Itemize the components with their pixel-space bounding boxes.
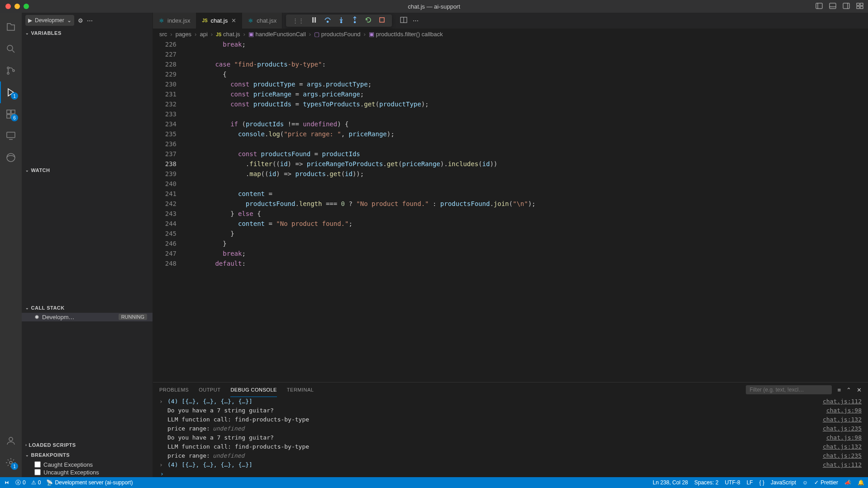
bell-icon[interactable]: 🔔 <box>858 479 864 486</box>
play-icon[interactable]: ▶ <box>28 17 32 24</box>
svg-point-10 <box>7 45 13 51</box>
svg-point-22 <box>7 153 15 162</box>
loaded-scripts-header[interactable]: ›LOADED SCRIPTS <box>22 440 153 450</box>
cursor-position[interactable]: Ln 238, Col 28 <box>653 479 688 486</box>
chevron-down-icon: ⌄ <box>67 17 72 24</box>
account-icon[interactable] <box>0 430 22 452</box>
feedback-icon[interactable]: 📣 <box>844 479 851 486</box>
svg-rect-26 <box>315 17 316 23</box>
source-link[interactable]: chat.js:112 <box>823 460 862 469</box>
breadcrumb-item[interactable]: JS chat.js <box>216 31 240 38</box>
copilot-icon[interactable]: ☺ <box>802 479 808 486</box>
breadcrumb-item[interactable]: src <box>159 31 167 38</box>
warnings-status[interactable]: ⚠ 0 <box>31 479 41 486</box>
breadcrumb-item[interactable]: ▣ productIds.filter() callback <box>369 31 443 38</box>
watch-header[interactable]: ⌄WATCH <box>22 165 153 175</box>
running-badge: RUNNING <box>119 314 147 320</box>
panel-tab-output[interactable]: OUTPUT <box>199 383 220 397</box>
toggle-panel-right-icon[interactable] <box>843 2 850 11</box>
more-icon[interactable]: ⋯ <box>87 17 93 24</box>
remote-status[interactable] <box>4 479 10 486</box>
breakpoints-header[interactable]: ⌄BREAKPOINTS <box>22 450 153 460</box>
remote-icon[interactable] <box>0 125 22 147</box>
panel-up-icon[interactable]: ⌃ <box>846 387 851 393</box>
uncaught-check[interactable] <box>34 469 41 475</box>
close-icon[interactable]: ✕ <box>231 17 236 24</box>
braces-icon[interactable]: { } <box>759 479 764 486</box>
callstack-item[interactable]: ✹Developm… RUNNING <box>22 313 153 321</box>
step-into-icon[interactable] <box>338 16 345 25</box>
caught-exceptions[interactable]: Caught Exceptions <box>34 461 149 469</box>
svg-point-29 <box>341 22 342 23</box>
encoding-status[interactable]: UTF-8 <box>725 479 740 486</box>
panel-tab-problems[interactable]: PROBLEMS <box>159 383 189 397</box>
indent-status[interactable]: Spaces: 2 <box>694 479 718 486</box>
breadcrumb-item[interactable]: pages <box>176 31 191 38</box>
customize-layout-icon[interactable] <box>856 2 863 11</box>
run-debug-icon[interactable]: 1 <box>0 81 22 103</box>
panel-tab-terminal[interactable]: TERMINAL <box>287 383 314 397</box>
panel-close-icon[interactable]: ✕ <box>857 387 862 393</box>
svg-rect-8 <box>857 6 859 9</box>
svg-rect-6 <box>857 3 859 5</box>
tab-chat.jsx[interactable]: ⚛chat.jsx <box>242 13 282 29</box>
language-status[interactable]: JavaScript <box>771 479 796 486</box>
explorer-icon[interactable] <box>0 16 22 38</box>
filter-input[interactable] <box>746 385 832 394</box>
step-out-icon[interactable] <box>351 16 358 25</box>
close-window[interactable] <box>5 4 11 9</box>
split-editor-icon[interactable] <box>400 16 407 25</box>
variables-header[interactable]: ⌄VARIABLES <box>22 28 153 38</box>
react-icon: ⚛ <box>248 18 254 24</box>
pause-icon[interactable] <box>310 16 318 25</box>
drag-handle-icon[interactable]: ⋮⋮ <box>292 17 304 24</box>
eol-status[interactable]: LF <box>747 479 753 486</box>
panel-tab-debug[interactable]: DEBUG CONSOLE <box>230 383 277 397</box>
breadcrumb-item[interactable]: api <box>200 31 207 38</box>
edge-icon[interactable] <box>0 147 22 168</box>
react-icon: ⚛ <box>158 18 165 24</box>
source-link[interactable]: chat.js:235 <box>823 424 862 433</box>
source-link[interactable]: chat.js:132 <box>823 442 862 451</box>
source-link[interactable]: chat.js:98 <box>826 433 862 442</box>
tab-index.jsx[interactable]: ⚛index.jsx <box>153 13 196 29</box>
js-icon: JS <box>216 32 221 37</box>
search-icon[interactable] <box>0 38 22 60</box>
server-status[interactable]: 📡 Development server (ai-support) <box>46 479 133 486</box>
gear-icon[interactable]: ⚙ <box>78 17 83 24</box>
svg-rect-16 <box>7 110 10 114</box>
zoom-window[interactable] <box>24 4 29 9</box>
source-link[interactable]: chat.js:112 <box>823 397 862 406</box>
stop-icon[interactable] <box>378 16 386 25</box>
run-config-select[interactable]: ▶ Developmer ⌄ <box>25 15 74 26</box>
restart-icon[interactable] <box>365 16 372 25</box>
breadcrumb-item[interactable]: ▢ productsFound <box>314 31 360 38</box>
extensions-icon[interactable]: 6 <box>0 103 22 125</box>
source-link[interactable]: chat.js:235 <box>823 451 862 460</box>
console-line: price range: undefinedchat.js:235 <box>159 424 862 433</box>
toggle-panel-left-icon[interactable] <box>816 2 823 11</box>
more-actions-icon[interactable]: ⋯ <box>413 17 419 24</box>
toggle-panel-bot-icon[interactable] <box>829 2 836 11</box>
prettier-status[interactable]: ✓ Prettier <box>814 479 838 486</box>
settings-icon[interactable]: 1 <box>0 452 22 474</box>
callstack-header[interactable]: ⌄CALL STACK <box>22 303 153 313</box>
config-label: Developmer <box>35 17 64 24</box>
svg-point-27 <box>327 21 329 23</box>
step-over-icon[interactable] <box>324 16 331 25</box>
svg-rect-4 <box>843 3 849 9</box>
caught-check[interactable] <box>34 461 41 468</box>
errors-status[interactable]: ⓧ 0 <box>15 479 26 487</box>
breadcrumb-item[interactable]: ▣ handleFunctionCall <box>248 31 306 38</box>
console-line: ›(4) [{…}, {…}, {…}, {…}]chat.js:112 <box>159 397 862 406</box>
console-prompt[interactable]: › <box>159 469 862 477</box>
tab-chat.js[interactable]: JSchat.js✕ <box>196 13 243 29</box>
source-link[interactable]: chat.js:98 <box>826 406 862 415</box>
source-control-icon[interactable] <box>0 60 22 81</box>
minimize-window[interactable] <box>14 4 20 9</box>
list-icon[interactable]: ≡ <box>837 387 841 393</box>
editor[interactable]: 2262272282292302312322332342352362372382… <box>153 39 868 382</box>
uncaught-exceptions[interactable]: Uncaught Exceptions <box>34 469 149 476</box>
console-line: LLM function call: find-products-by-type… <box>159 442 862 451</box>
source-link[interactable]: chat.js:132 <box>823 415 862 424</box>
